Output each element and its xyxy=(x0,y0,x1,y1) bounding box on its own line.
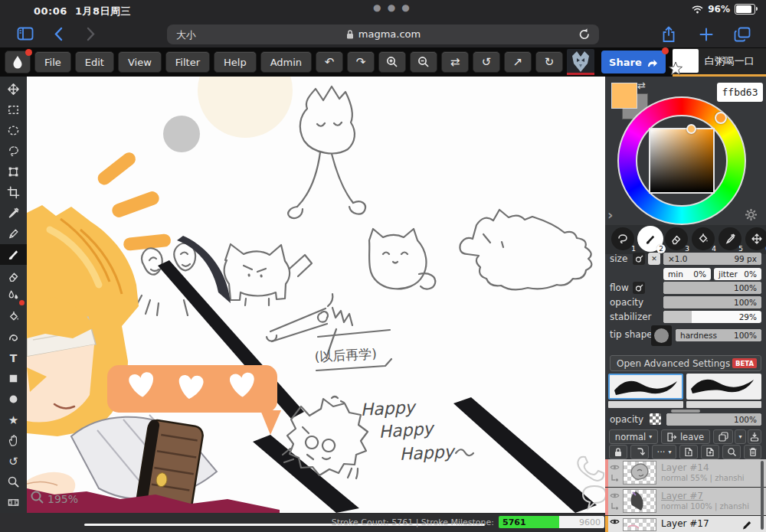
flow-slider[interactable]: 100% xyxy=(663,282,761,294)
lasso-select-tool[interactable] xyxy=(0,141,27,162)
leave-button[interactable]: leave xyxy=(661,429,710,444)
zoom-out-button[interactable] xyxy=(410,51,437,73)
share-button[interactable]: Share xyxy=(601,51,666,73)
duplicate-layer-button[interactable] xyxy=(713,429,733,444)
transparency-checker-icon[interactable] xyxy=(650,413,661,425)
size-slider[interactable]: ×1.099 px xyxy=(663,253,761,265)
brush-tool[interactable] xyxy=(0,244,27,265)
presets-scrollbar[interactable] xyxy=(671,410,700,413)
rotate-canvas-tool[interactable]: ↺ xyxy=(0,451,27,472)
hue-marker[interactable] xyxy=(715,112,727,124)
stabilizer-slider[interactable]: 29% xyxy=(663,311,761,323)
pencil-tool[interactable] xyxy=(0,224,27,244)
tip-shape-preview[interactable] xyxy=(651,325,672,346)
brush-preset[interactable] xyxy=(686,374,761,400)
text-tool[interactable]: T xyxy=(0,348,27,368)
address-bar[interactable]: 大小 magma.com xyxy=(167,24,599,44)
quick-brush-tool[interactable]: 2 xyxy=(637,226,663,252)
current-user-chip[interactable]: 白粥喝一口 xyxy=(673,48,766,77)
undo-button[interactable]: ↶ xyxy=(316,51,343,73)
paint-mixer-tool[interactable] xyxy=(0,286,27,306)
size-jitter-slider[interactable]: jitter0% xyxy=(714,268,761,280)
resize-button[interactable]: ↗ xyxy=(504,51,532,73)
back-button[interactable] xyxy=(54,27,63,41)
redo-button[interactable]: ↷ xyxy=(347,51,375,73)
blend-mode-dropdown[interactable]: normal▾ xyxy=(609,429,658,444)
layers-scrollbar[interactable] xyxy=(761,461,764,530)
rotate-cw-button[interactable]: ↻ xyxy=(535,51,563,73)
insert-below-button[interactable] xyxy=(630,445,649,459)
transform-tool[interactable] xyxy=(0,162,27,182)
rect-shape-tool[interactable] xyxy=(0,368,27,389)
opacity-slider[interactable]: 100% xyxy=(663,296,761,308)
paste-layer-button[interactable] xyxy=(701,445,719,459)
menu-help[interactable]: Help xyxy=(214,51,257,73)
lock-layer-button[interactable] xyxy=(609,445,627,459)
layer-row-7[interactable]: Layer #7 normal 100% | zhanshi xyxy=(605,488,766,515)
size-pressure-toggle[interactable] xyxy=(633,253,645,265)
menu-admin[interactable]: Admin xyxy=(260,51,312,73)
duplicate-options-caret[interactable]: ▾ xyxy=(735,429,746,444)
layer-visibility-icon[interactable] xyxy=(610,518,620,525)
menu-file[interactable]: File xyxy=(34,51,71,73)
move-tool[interactable] xyxy=(0,79,27,100)
quick-eyedropper-tool[interactable]: 5 xyxy=(719,227,741,250)
smudge-tool[interactable] xyxy=(0,327,27,348)
hardness-slider[interactable]: hardness100% xyxy=(676,329,761,341)
quick-eraser-tool[interactable]: 3 xyxy=(665,227,688,250)
eyedropper-tool[interactable] xyxy=(0,203,27,224)
swap-colors-icon[interactable]: ⇄ xyxy=(637,80,646,91)
ellipse-shape-tool[interactable] xyxy=(0,389,27,410)
copy-layer-button[interactable] xyxy=(679,445,698,459)
drawing-canvas[interactable]: (以后再学) xyxy=(27,77,605,513)
quick-move-tool[interactable]: 6 xyxy=(745,227,766,250)
layer-opacity-slider[interactable]: 100% xyxy=(666,413,761,426)
eraser-tool[interactable] xyxy=(0,265,27,286)
sv-marker[interactable] xyxy=(686,124,696,134)
magma-logo[interactable] xyxy=(5,51,31,73)
collaborator-avatar[interactable] xyxy=(567,49,594,75)
zoom-tool[interactable] xyxy=(0,472,27,492)
timeline-tool[interactable] xyxy=(0,492,27,513)
size-reset-button[interactable]: ✕ xyxy=(648,253,660,265)
merge-down-button[interactable] xyxy=(748,429,761,444)
more-options-button[interactable]: ···▾ xyxy=(652,445,676,459)
layer-row-17-selected[interactable]: Layer #17 xyxy=(605,516,766,532)
crop-tool[interactable] xyxy=(0,182,27,203)
layer-clip-icon[interactable] xyxy=(611,474,619,482)
collapse-panel-chevron[interactable]: › xyxy=(607,207,613,223)
share-sheet-icon[interactable] xyxy=(662,26,676,43)
layer-visibility-icon[interactable] xyxy=(610,464,620,471)
tabs-icon[interactable] xyxy=(734,27,751,42)
primary-color-swatch[interactable] xyxy=(611,83,637,109)
zoom-in-button[interactable] xyxy=(378,51,406,73)
star-shape-tool[interactable]: ★ xyxy=(0,410,27,430)
brush-preset-selected[interactable] xyxy=(608,374,683,400)
menu-edit[interactable]: Edit xyxy=(75,51,114,73)
flow-pressure-toggle[interactable] xyxy=(633,282,645,294)
saturation-value-square[interactable] xyxy=(649,128,715,194)
menu-view[interactable]: View xyxy=(118,51,162,73)
rotate-ccw-button[interactable]: ↺ xyxy=(473,51,500,73)
quick-fill-tool[interactable]: 4 xyxy=(692,227,715,250)
hand-tool[interactable] xyxy=(0,430,27,451)
quick-lasso-tool[interactable]: 1 xyxy=(611,227,634,250)
layer-edit-pencil-icon[interactable] xyxy=(741,520,752,530)
layer-visibility-icon[interactable] xyxy=(610,492,620,499)
rect-select-tool[interactable] xyxy=(0,100,27,120)
new-tab-icon[interactable] xyxy=(699,28,713,41)
menu-filter[interactable]: Filter xyxy=(165,51,210,73)
fill-tool[interactable] xyxy=(0,306,27,327)
forward-button[interactable] xyxy=(87,27,96,41)
layer-row-14[interactable]: Layer #14 normal 55% | zhanshi xyxy=(605,459,766,487)
open-advanced-settings-button[interactable]: Open Advanced Settings BETA xyxy=(610,355,761,371)
hex-color-input[interactable]: ffbd63 xyxy=(717,83,763,102)
delete-layer-button[interactable] xyxy=(744,445,761,459)
reload-button[interactable] xyxy=(578,27,591,42)
flip-canvas-button[interactable]: ⇄ xyxy=(441,51,469,73)
size-min-slider[interactable]: min0% xyxy=(663,268,711,280)
layer-clip-icon[interactable] xyxy=(611,502,619,511)
color-settings-gear-icon[interactable] xyxy=(745,208,758,221)
ellipse-select-tool[interactable] xyxy=(0,120,27,141)
search-layers-button[interactable] xyxy=(722,445,741,459)
